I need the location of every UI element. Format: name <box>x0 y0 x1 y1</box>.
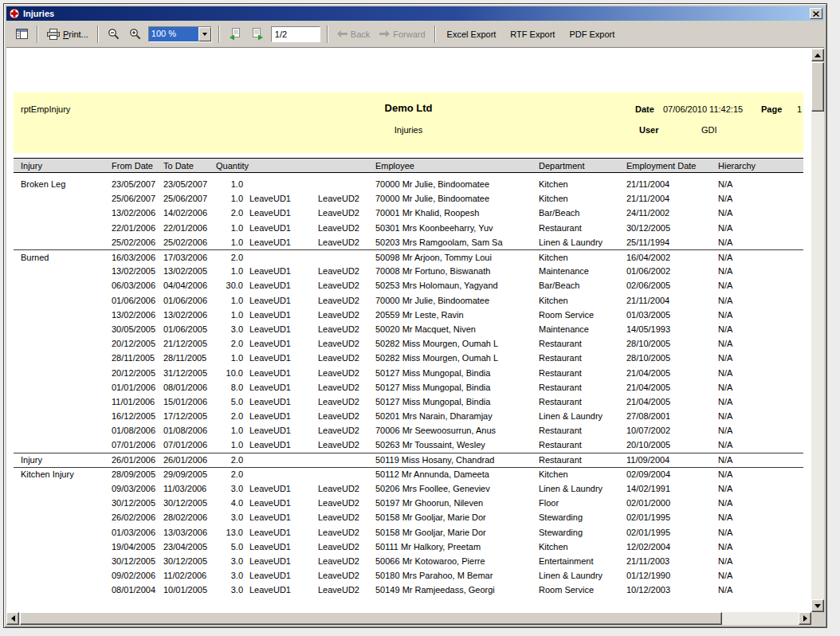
cell-from-date: 30/12/2005 <box>112 556 163 566</box>
table-row: 25/06/200725/06/20071.0LeaveUD1LeaveUD27… <box>14 191 803 206</box>
print-button[interactable]: Print... <box>43 25 92 44</box>
table-row: 30/12/200530/12/20054.0LeaveUD1LeaveUD25… <box>14 496 803 510</box>
cell-leave-ud2: LeaveUD2 <box>318 484 375 493</box>
toolbar: Print... 100 % <box>6 21 824 48</box>
cell-leave-ud2: LeaveUD2 <box>318 440 375 450</box>
next-page-button[interactable] <box>247 25 268 44</box>
title-bar[interactable]: Injuries <box>6 6 824 21</box>
cell-employee: 70006 Mr Seewoosurrun, Anus <box>375 426 539 435</box>
cell-hierarchy: N/A <box>718 512 803 522</box>
cell-hierarchy: N/A <box>718 310 803 320</box>
scroll-up-button[interactable] <box>811 49 824 61</box>
scroll-down-button[interactable] <box>811 599 824 612</box>
cell-to-date: 30/12/2005 <box>163 556 216 566</box>
zoom-in-button[interactable] <box>125 25 145 44</box>
cell-hierarchy: N/A <box>718 238 803 247</box>
horizontal-scroll-thumb[interactable] <box>20 612 722 625</box>
table-row: 08/01/200410/01/20053.0LeaveUD1LeaveUD25… <box>14 583 803 597</box>
table-row: 20/12/200521/12/20052.0LeaveUD1LeaveUD25… <box>14 336 803 351</box>
toolbar-separator <box>37 26 38 43</box>
table-row: 09/02/200611/02/20063.0LeaveUD1LeaveUD25… <box>14 568 803 583</box>
print-button-label: Print... <box>63 29 88 39</box>
cell-department: Kitchen <box>539 542 626 552</box>
scroll-left-button[interactable] <box>6 612 19 625</box>
date-label: Date <box>635 104 654 114</box>
vertical-scroll-thumb[interactable] <box>811 62 824 112</box>
table-row: Burned16/03/200617/03/20062.050098 Mr Ar… <box>14 249 803 264</box>
cell-to-date: 30/12/2005 <box>163 498 216 508</box>
cell-employee: 50020 Mr Macquet, Niven <box>375 324 539 334</box>
table-row: 13/02/200513/02/20051.0LeaveUD1LeaveUD27… <box>14 264 803 278</box>
cell-injury: Kitchen Injury <box>21 469 112 479</box>
cell-to-date: 17/03/2006 <box>163 253 216 262</box>
cell-employee: 50158 Mr Gooljar, Marie Dor <box>375 528 539 537</box>
scroll-right-button[interactable] <box>799 612 811 625</box>
zoom-select[interactable]: 100 % <box>148 26 212 42</box>
cell-department: Linen & Laundry <box>539 484 626 493</box>
cell-leave-ud1: LeaveUD1 <box>249 296 318 305</box>
cell-department: Room Service <box>539 585 626 595</box>
table-row: 20/12/200531/12/200510.0LeaveUD1LeaveUD2… <box>14 365 803 379</box>
table-row: Injury26/01/200626/01/20062.050119 Miss … <box>14 453 803 467</box>
cell-hierarchy: N/A <box>718 253 803 262</box>
cell-employee: 50127 Miss Mungopal, Bindia <box>375 368 539 378</box>
table-row: 30/12/200530/12/20053.0LeaveUD1LeaveUD25… <box>14 554 803 568</box>
cell-employee: 50301 Mrs Koonbeeharry, Yuv <box>375 223 539 233</box>
zoom-dropdown-button[interactable] <box>198 27 211 41</box>
cell-from-date: 26/01/2006 <box>112 455 163 465</box>
rtf-export-button[interactable]: RTF Export <box>504 25 561 44</box>
cell-employment-date: 01/12/1990 <box>626 571 718 580</box>
page-indicator-input[interactable] <box>271 26 320 42</box>
cell-to-date: 10/01/2005 <box>163 585 216 595</box>
table-row: 01/03/200613/03/200613.0LeaveUD1LeaveUD2… <box>14 525 803 540</box>
cell-quantity: 1.0 <box>216 310 249 320</box>
table-row: Broken Leg23/05/200723/05/20071.070000 M… <box>14 177 803 191</box>
cell-to-date: 26/01/2006 <box>163 455 216 465</box>
excel-export-button[interactable]: Excel Export <box>441 25 503 44</box>
group-tree-button[interactable] <box>12 25 32 44</box>
cell-to-date: 28/02/2006 <box>163 512 216 522</box>
back-button[interactable]: Back <box>333 25 374 44</box>
prev-page-button[interactable] <box>225 25 245 44</box>
zoom-out-button[interactable] <box>104 25 124 44</box>
cell-hierarchy: N/A <box>718 455 803 465</box>
chevron-down-icon <box>202 33 207 36</box>
vertical-scrollbar[interactable] <box>811 49 824 612</box>
cell-to-date: 15/01/2006 <box>163 397 216 406</box>
cell-to-date: 14/02/2006 <box>163 208 216 218</box>
cell-quantity: 4.0 <box>216 498 249 508</box>
cell-employee: 50203 Mrs Ramgoolam, Sam Sa <box>375 238 539 247</box>
cell-to-date: 01/06/2006 <box>163 296 216 305</box>
cell-leave-ud2: LeaveUD2 <box>318 339 375 348</box>
cell-department: Restaurant <box>539 455 626 465</box>
close-button[interactable] <box>810 8 822 19</box>
cell-hierarchy: N/A <box>718 571 803 580</box>
cell-to-date: 25/02/2006 <box>163 238 216 247</box>
horizontal-scrollbar[interactable] <box>6 612 811 625</box>
cell-injury: Broken Leg <box>21 179 112 189</box>
forward-button[interactable]: Forward <box>375 25 429 44</box>
table-row: 16/12/200517/12/20052.0LeaveUD1LeaveUD25… <box>14 409 803 423</box>
cell-quantity: 1.0 <box>216 179 249 189</box>
cell-department: Maintenance <box>539 266 626 276</box>
cell-leave-ud2: LeaveUD2 <box>318 542 375 552</box>
cell-employment-date: 02/01/1995 <box>626 528 718 537</box>
cell-leave-ud2: LeaveUD2 <box>318 194 375 203</box>
report-viewer: rptEmpInjury Demo Ltd Injuries Date 07/0… <box>6 49 824 625</box>
column-header: Employee <box>375 161 539 171</box>
column-header: Employment Date <box>626 161 718 171</box>
cell-hierarchy: N/A <box>718 368 803 378</box>
cell-from-date: 30/05/2005 <box>112 324 163 334</box>
cell-leave-ud1: LeaveUD1 <box>249 368 318 378</box>
pdf-export-button[interactable]: PDF Export <box>563 25 621 44</box>
cell-employment-date: 21/11/2004 <box>626 194 718 203</box>
cell-from-date: 01/01/2006 <box>112 383 163 392</box>
cell-from-date: 16/12/2005 <box>112 411 163 421</box>
cell-department: Floor <box>539 498 626 508</box>
close-icon <box>813 11 819 17</box>
cell-department: Restaurant <box>539 426 626 435</box>
cell-from-date: 11/01/2006 <box>112 397 163 406</box>
table-row: 22/01/200622/01/20061.0LeaveUD1LeaveUD25… <box>14 221 803 235</box>
cell-to-date: 28/11/2005 <box>163 353 216 363</box>
cell-employment-date: 20/10/2005 <box>626 440 718 450</box>
